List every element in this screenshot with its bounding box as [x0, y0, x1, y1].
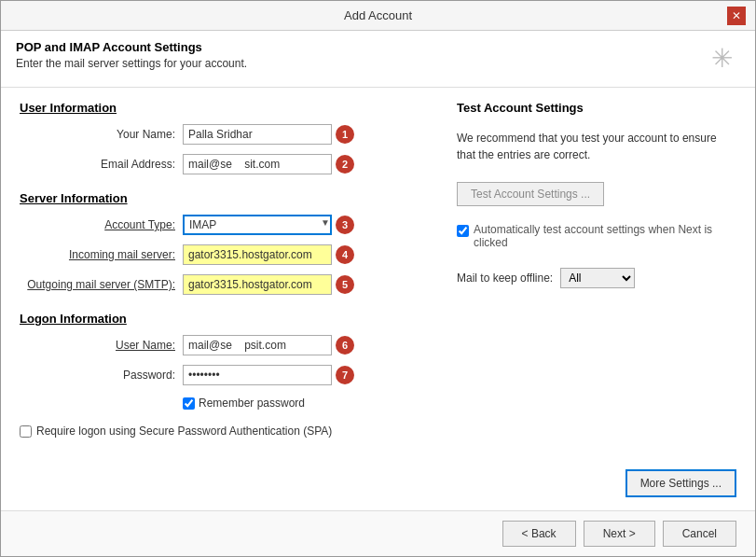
- incoming-mail-input[interactable]: [183, 244, 332, 265]
- footer: < Back Next > Cancel: [1, 510, 755, 556]
- mail-offline-row: Mail to keep offline: All 1 month 3 mont…: [457, 268, 736, 288]
- header-subtitle: Enter the mail server settings for your …: [16, 57, 247, 70]
- server-info-title: Server Information: [20, 191, 438, 205]
- title-bar: Add Account ✕: [1, 1, 755, 31]
- outgoing-mail-input-wrap: 5: [183, 274, 354, 295]
- mail-offline-select[interactable]: All 1 month 3 months: [560, 268, 635, 288]
- account-type-row: Account Type: IMAP POP3 ▼ 3: [20, 215, 438, 235]
- your-name-label: Your Name:: [20, 128, 183, 141]
- badge-1: 1: [336, 125, 354, 144]
- email-address-input[interactable]: [183, 154, 332, 174]
- email-address-row: Email Address: 2: [20, 154, 438, 174]
- more-settings-button[interactable]: More Settings ...: [625, 469, 736, 497]
- right-section-title: Test Account Settings: [457, 101, 736, 115]
- spa-checkbox[interactable]: [20, 425, 32, 438]
- password-label: Password:: [20, 369, 183, 382]
- auto-test-row: Automatically test account settings when…: [457, 223, 736, 249]
- badge-4: 4: [336, 245, 354, 264]
- left-panel: User Information Your Name: 1 Email Addr…: [20, 101, 438, 497]
- test-account-settings-button[interactable]: Test Account Settings ...: [457, 182, 604, 206]
- next-button[interactable]: Next >: [584, 521, 655, 547]
- account-type-label: Account Type:: [20, 218, 183, 231]
- account-type-select-wrap: IMAP POP3 ▼ 3: [183, 215, 354, 235]
- your-name-input[interactable]: [183, 124, 332, 145]
- account-type-select-container: IMAP POP3 ▼: [183, 215, 332, 235]
- user-name-input-wrap: 6: [183, 335, 354, 355]
- incoming-mail-row: Incoming mail server: 4: [20, 244, 438, 265]
- mail-offline-label: Mail to keep offline:: [457, 272, 553, 285]
- more-settings-wrap: More Settings ...: [457, 469, 736, 497]
- header-text: POP and IMAP Account Settings Enter the …: [16, 40, 247, 70]
- your-name-input-wrap: 1: [183, 124, 354, 145]
- badge-7: 7: [336, 366, 354, 384]
- badge-5: 5: [336, 275, 354, 294]
- dialog-title: Add Account: [29, 8, 727, 22]
- email-address-label: Email Address:: [20, 158, 183, 171]
- remember-password-checkbox[interactable]: [183, 397, 195, 410]
- user-name-input[interactable]: [183, 335, 332, 355]
- account-type-select[interactable]: IMAP POP3: [183, 215, 332, 235]
- user-info-title: User Information: [20, 101, 438, 115]
- outgoing-mail-row: Outgoing mail server (SMTP): 5: [20, 274, 438, 295]
- right-description: We recommend that you test your account …: [457, 130, 736, 163]
- incoming-mail-label: Incoming mail server:: [20, 248, 183, 261]
- remember-password-row: Remember password: [183, 397, 438, 410]
- outgoing-mail-label: Outgoing mail server (SMTP):: [20, 278, 183, 291]
- remember-password-label[interactable]: Remember password: [183, 397, 305, 410]
- right-panel: Test Account Settings We recommend that …: [457, 101, 736, 497]
- outgoing-mail-input[interactable]: [183, 274, 332, 295]
- password-input[interactable]: [183, 365, 332, 385]
- badge-3: 3: [336, 216, 354, 234]
- password-row: Password: 7: [20, 365, 438, 385]
- badge-2: 2: [336, 155, 354, 174]
- spa-row: Require logon using Secure Password Auth…: [20, 425, 438, 438]
- close-button[interactable]: ✕: [727, 7, 746, 25]
- email-address-input-wrap: 2: [183, 154, 354, 174]
- incoming-mail-input-wrap: 4: [183, 244, 354, 265]
- footer-buttons: < Back Next > Cancel: [502, 521, 736, 547]
- password-input-wrap: 7: [183, 365, 354, 385]
- cancel-button[interactable]: Cancel: [663, 521, 736, 547]
- dialog-window: Add Account ✕ POP and IMAP Account Setti…: [0, 0, 756, 557]
- auto-test-label: Automatically test account settings when…: [474, 223, 736, 249]
- header-section: POP and IMAP Account Settings Enter the …: [1, 31, 755, 88]
- logon-info-title: Logon Information: [20, 312, 438, 326]
- badge-6: 6: [336, 336, 354, 355]
- auto-test-checkbox[interactable]: [457, 225, 469, 237]
- user-name-label: User Name:: [20, 339, 183, 352]
- spa-label: Require logon using Secure Password Auth…: [36, 425, 332, 438]
- snowflake-icon: ✳: [703, 40, 740, 77]
- header-title: POP and IMAP Account Settings: [16, 40, 247, 54]
- back-button[interactable]: < Back: [502, 521, 576, 547]
- content-area: User Information Your Name: 1 Email Addr…: [1, 88, 755, 510]
- user-name-row: User Name: 6: [20, 335, 438, 355]
- your-name-row: Your Name: 1: [20, 124, 438, 145]
